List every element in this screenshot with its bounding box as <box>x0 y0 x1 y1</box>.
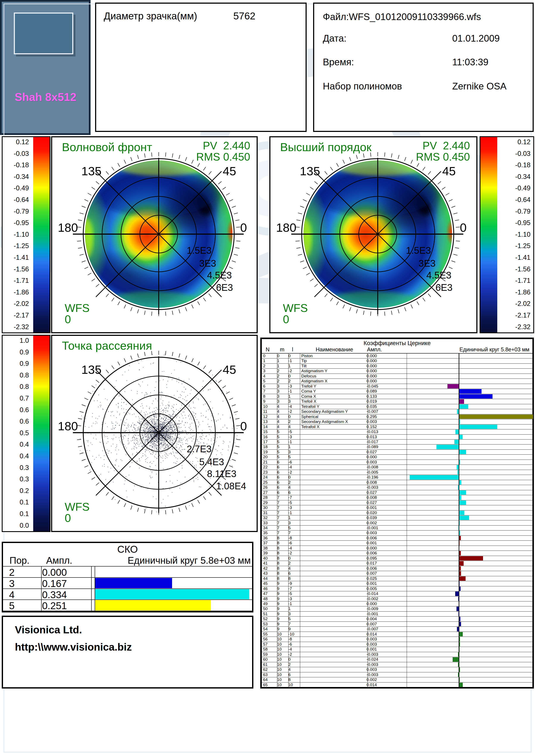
scatter-dot <box>151 427 151 427</box>
scatter-dot <box>111 468 111 469</box>
zernike-cell-name <box>299 440 368 445</box>
ring-radius-label: 1.08E4 <box>216 481 246 491</box>
scatter-dot <box>107 427 108 427</box>
scatter-dot <box>200 438 201 438</box>
colorbar-tick-label: -0.49 <box>5 184 29 192</box>
scatter-dot <box>155 439 156 439</box>
scatter-dot <box>165 458 166 459</box>
scatter-dot <box>179 449 179 449</box>
zernike-cell-gap <box>405 647 459 652</box>
tick <box>438 181 441 184</box>
scatter-dot <box>131 425 131 426</box>
scatter-dot <box>153 444 154 444</box>
scatter-dot <box>146 435 146 435</box>
scatter-dot <box>101 405 101 405</box>
ring-radius-label: 1.5E3 <box>406 245 431 256</box>
scatter-dot <box>121 405 122 406</box>
scatter-dot <box>108 467 108 467</box>
tick <box>80 453 83 454</box>
scatter-dot <box>89 450 90 451</box>
scatter-dot <box>174 370 175 370</box>
scatter-dot <box>164 417 165 417</box>
scatter-dot <box>173 427 174 427</box>
tick <box>226 193 230 195</box>
scatter-dot <box>168 405 168 405</box>
scatter-dot <box>166 419 166 420</box>
scatter-dot <box>105 436 105 437</box>
scatter-dot <box>139 370 140 370</box>
tick <box>145 311 145 315</box>
scatter-dot <box>155 430 156 431</box>
scatter-dot <box>161 445 162 445</box>
scatter-dot <box>185 477 185 477</box>
scatter-dot <box>170 435 171 435</box>
scatter-dot <box>147 422 147 422</box>
scatter-dot <box>162 424 162 424</box>
scatter-dot <box>177 459 178 459</box>
scatter-dot <box>142 404 142 404</box>
tick <box>165 510 166 514</box>
scatter-dot <box>197 440 198 440</box>
scatter-dot <box>173 441 173 442</box>
scatter-dot <box>144 446 144 446</box>
scatter-dot <box>152 403 153 404</box>
zernike-cell-name: Tetrafoil Y <box>299 404 368 409</box>
tick <box>232 261 236 262</box>
scatter-dot <box>144 509 145 510</box>
scatter-dot <box>126 409 127 410</box>
zernike-bar <box>459 435 463 439</box>
scatter-dot <box>149 438 149 438</box>
scatter-dot <box>167 444 168 444</box>
scatter-dot <box>154 443 154 444</box>
zernike-cell-name: Astigmatism X <box>299 379 368 384</box>
zernike-bar <box>459 581 460 586</box>
scatter-dot <box>187 439 187 439</box>
scatter-dot <box>198 479 198 480</box>
tick <box>85 200 88 201</box>
zernike-cell-m: 10 <box>276 642 289 647</box>
zernike-cell-m: 4 <box>276 424 289 429</box>
scatter-dot <box>166 434 167 434</box>
zernike-bar-cell <box>459 419 532 424</box>
scatter-dot <box>153 444 154 445</box>
colorbar-tick-label: 0.6 <box>5 418 29 425</box>
scatter-dot <box>123 424 124 424</box>
colorbar-tick-label: -0.34 <box>511 173 530 180</box>
scatter-dot <box>146 393 147 393</box>
tick <box>319 289 323 292</box>
scatter-dot <box>131 441 131 441</box>
angle-label-180: 180 <box>58 419 78 433</box>
scatter-dot <box>164 423 164 423</box>
zernike-cell-name <box>299 536 368 541</box>
scatter-dot <box>166 430 167 431</box>
scatter-dot <box>191 390 191 390</box>
scatter-dot <box>200 443 201 443</box>
scatter-dot <box>170 441 170 441</box>
zernike-bar-cell <box>459 455 532 460</box>
scatter-dot <box>116 461 116 461</box>
zernike-cell-m: 3 <box>276 384 289 389</box>
zernike-cell-gap <box>405 541 459 546</box>
scatter-dot <box>138 422 139 423</box>
scatter-dot <box>156 438 156 438</box>
scatter-dot <box>100 407 101 407</box>
tick <box>451 261 455 262</box>
scatter-dot <box>172 431 173 431</box>
scatter-dot <box>129 459 130 460</box>
scatter-dot <box>140 441 140 441</box>
scatter-plot-panel: 1354518002.7E35.4E38.11E31.08E4 Точка ра… <box>51 335 258 532</box>
zernike-bar-cell <box>459 642 532 647</box>
scatter-dot <box>203 405 204 405</box>
zernike-cell-l: 6 <box>287 672 300 677</box>
scatter-dot <box>114 416 114 416</box>
scatter-dot <box>187 434 187 435</box>
scatter-dot <box>147 417 148 417</box>
scatter-dot <box>169 428 170 429</box>
scatter-dot <box>156 435 157 436</box>
scatter-dot <box>128 444 128 444</box>
zernike-cell-name <box>299 637 368 642</box>
scatter-dot <box>116 405 116 405</box>
zernike-row: 19530.027 <box>262 450 532 455</box>
scatter-dot <box>166 429 166 429</box>
zernike-cell-l: 7 <box>287 622 300 627</box>
